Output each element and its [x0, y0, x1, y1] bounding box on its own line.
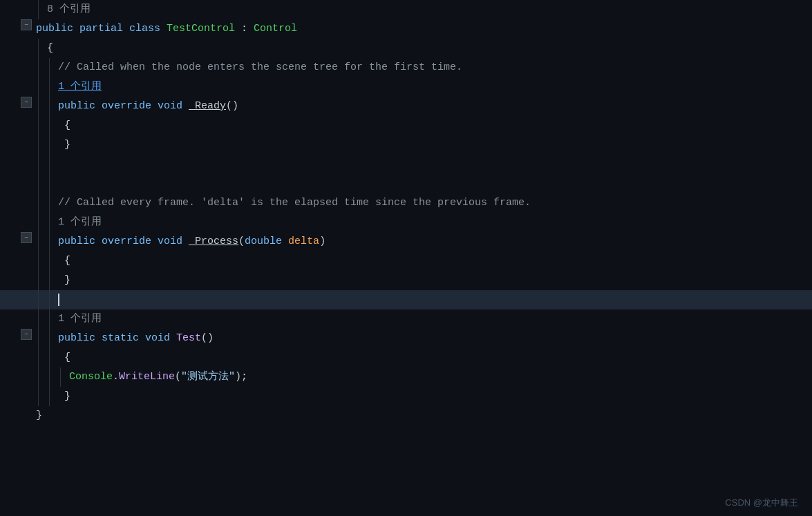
kw-public-18: public: [58, 332, 102, 345]
vline-19: [33, 348, 44, 367]
line-content-16: [55, 290, 812, 309]
line-content-10: [55, 174, 812, 193]
vline-8: [33, 135, 44, 155]
ref-link-5[interactable]: 1 个引用: [58, 80, 102, 94]
line-content-11: // Called every frame. 'delta' is the el…: [55, 193, 812, 213]
vline-21: [33, 387, 44, 406]
line-content-19: {: [55, 348, 812, 367]
line-4: // Called when the node enters the scene…: [0, 58, 812, 77]
brace-open-7: {: [58, 119, 70, 133]
line-content-6: public override void _Ready(): [55, 97, 812, 116]
no-fold-15: [21, 271, 33, 290]
indent-20a: [44, 367, 55, 387]
line-3: {: [0, 39, 812, 58]
no-fold-4: [21, 58, 33, 77]
line-content-13: public override void _Process(double del…: [55, 232, 812, 251]
text-cursor: [58, 294, 59, 306]
line-8: }: [0, 135, 812, 155]
gutter-10: [0, 174, 21, 193]
gutter-12: [0, 213, 21, 232]
fold-btn-2[interactable]: −: [21, 19, 32, 30]
kw-static-18: static: [102, 332, 145, 345]
indent-21: [44, 387, 55, 406]
space-13: [282, 235, 288, 249]
gutter-17: [0, 309, 21, 329]
kw-public-13: public: [58, 235, 102, 249]
vline-15: [33, 271, 44, 290]
indent-11: [44, 193, 55, 213]
brace-open-19: {: [58, 351, 70, 365]
vline-1: [33, 0, 44, 19]
indent-4: [44, 58, 55, 77]
paren-close-13: ): [319, 235, 325, 249]
vline-4: [33, 58, 44, 77]
line-11: // Called every frame. 'delta' is the el…: [0, 193, 812, 213]
line-content-3: {: [44, 39, 812, 58]
plain-colon: :: [235, 22, 254, 36]
line-content-2: public partial class TestControl : Contr…: [33, 19, 812, 39]
param-delta: delta: [288, 235, 319, 249]
line-content-4: // Called when the node enters the scene…: [55, 58, 812, 77]
line-5: 1 个引用: [0, 77, 812, 97]
comment-11: // Called every frame. 'delta' is the el…: [58, 196, 531, 210]
no-fold-19: [21, 348, 33, 367]
no-fold-7: [21, 116, 33, 135]
line-content-15: }: [55, 271, 812, 290]
paren-18: (): [201, 332, 214, 345]
line-6: − public override void _Ready(): [0, 97, 812, 116]
paren-open-13: (: [238, 235, 245, 249]
vline-11: [33, 193, 44, 213]
no-fold-12: [21, 213, 33, 232]
indent-10: [44, 174, 55, 193]
line-2: − public partial class TestControl : Con…: [0, 19, 812, 39]
indent-8: [44, 135, 55, 155]
line-content-20: Console.WriteLine("测试方法");: [66, 367, 812, 387]
indent-6: [44, 97, 55, 116]
brace-open-3: {: [47, 41, 53, 55]
indent-7: [44, 116, 55, 135]
line-9: [0, 155, 812, 174]
fold-btn-18[interactable]: −: [21, 329, 32, 340]
gutter-14: [0, 251, 21, 271]
indent-15: [44, 271, 55, 290]
line-22: }: [0, 406, 812, 426]
kw-double-13: double: [245, 235, 282, 249]
dot-20: .: [113, 370, 119, 384]
vline-12: [33, 213, 44, 232]
paren-close-20: );: [235, 370, 247, 384]
line-content-9: [55, 155, 812, 174]
line-content-1: 8 个引用: [44, 0, 812, 19]
class-console: Console: [69, 370, 113, 384]
gutter-1: [0, 0, 21, 19]
line-content-22: }: [33, 406, 812, 426]
line-content-14: {: [55, 251, 812, 271]
line-21: }: [0, 387, 812, 406]
kw-public-6: public: [58, 99, 102, 113]
line-7: {: [0, 116, 812, 135]
kw-class: class: [129, 22, 167, 36]
ref-count-17: 1 个引用: [58, 312, 102, 326]
vline-14: [33, 251, 44, 271]
no-fold-11: [21, 193, 33, 213]
line-content-17: 1 个引用: [55, 309, 812, 329]
indent-20b: [55, 367, 66, 387]
code-editor: 8 个引用 − public partial class TestControl…: [0, 0, 812, 516]
kw-partial: partial: [79, 22, 129, 36]
gutter-7: [0, 116, 21, 135]
class-testcontrol: TestControl: [167, 22, 235, 36]
line-15: }: [0, 271, 812, 290]
gutter-3: [0, 39, 21, 58]
no-fold-22: [21, 406, 33, 426]
fold-btn-13[interactable]: −: [21, 232, 32, 243]
no-fold-17: [21, 309, 33, 329]
no-fold-1: [21, 0, 33, 19]
no-fold-8: [21, 135, 33, 155]
brace-close-15: }: [58, 274, 70, 287]
fold-btn-6[interactable]: −: [21, 97, 32, 108]
vline-9: [33, 155, 44, 174]
gutter-19: [0, 348, 21, 367]
vline-3: [33, 39, 44, 58]
ref-count-1: 8 个引用: [47, 3, 91, 17]
kw-void-13: void: [158, 235, 189, 249]
gutter-13: [0, 232, 21, 251]
